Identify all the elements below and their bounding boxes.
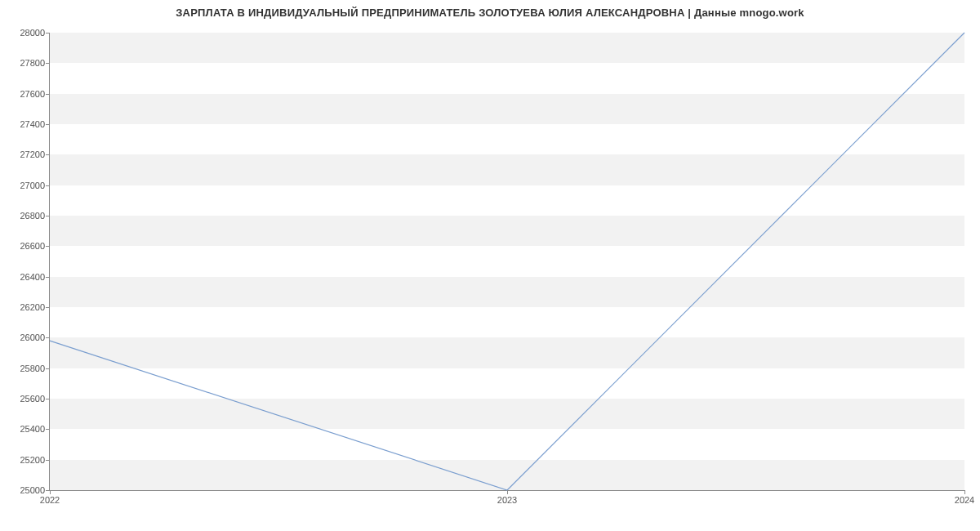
y-tick-mark xyxy=(46,216,50,216)
y-tick-label: 25200 xyxy=(20,455,45,465)
y-tick-mark xyxy=(46,368,50,369)
x-tick-mark xyxy=(50,490,51,494)
y-tick-label: 25800 xyxy=(20,364,45,373)
y-tick-mark xyxy=(46,429,50,430)
y-tick-label: 27000 xyxy=(20,181,45,190)
y-tick-label: 26400 xyxy=(20,272,45,282)
line-layer xyxy=(50,33,964,490)
y-tick-mark xyxy=(46,246,50,247)
y-tick-label: 27200 xyxy=(20,149,45,159)
y-tick-label: 25400 xyxy=(20,424,45,434)
x-tick-label: 2024 xyxy=(955,495,974,505)
y-tick-label: 26800 xyxy=(20,211,45,221)
x-tick-mark xyxy=(507,490,508,494)
y-tick-mark xyxy=(46,277,50,278)
x-tick-mark xyxy=(964,490,965,494)
y-tick-mark xyxy=(46,33,50,33)
y-tick-mark xyxy=(46,94,50,95)
y-tick-label: 27800 xyxy=(20,58,45,68)
y-tick-label: 27600 xyxy=(20,89,45,99)
y-tick-label: 27400 xyxy=(20,119,45,129)
x-tick-label: 2023 xyxy=(497,495,517,505)
y-tick-label: 26600 xyxy=(20,241,45,251)
y-tick-label: 26200 xyxy=(20,302,45,312)
y-tick-mark xyxy=(46,460,50,461)
y-tick-mark xyxy=(46,337,50,338)
line-chart: ЗАРПЛАТА В ИНДИВИДУАЛЬНЫЙ ПРЕДПРИНИМАТЕЛ… xyxy=(0,0,980,531)
y-tick-label: 26000 xyxy=(20,332,45,342)
chart-title: ЗАРПЛАТА В ИНДИВИДУАЛЬНЫЙ ПРЕДПРИНИМАТЕЛ… xyxy=(0,0,980,19)
y-tick-mark xyxy=(46,307,50,308)
plot-area: 2500025200254002560025800260002620026400… xyxy=(49,33,964,491)
y-tick-mark xyxy=(46,185,50,186)
y-tick-mark xyxy=(46,63,50,64)
data-series-line xyxy=(50,33,964,490)
x-tick-label: 2022 xyxy=(40,495,60,505)
y-tick-label: 25600 xyxy=(20,394,45,404)
y-tick-label: 25000 xyxy=(20,485,45,495)
y-tick-mark xyxy=(46,399,50,399)
y-tick-mark xyxy=(46,124,50,125)
y-tick-mark xyxy=(46,154,50,155)
y-tick-label: 28000 xyxy=(20,28,45,38)
